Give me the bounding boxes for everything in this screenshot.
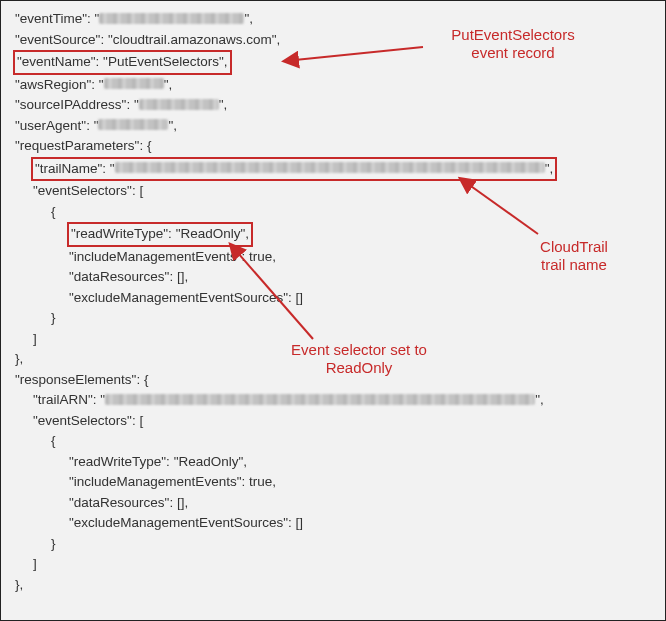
text-openBrace2: { bbox=[51, 433, 56, 448]
redacted-value bbox=[139, 99, 219, 110]
text-closeBracket2: ] bbox=[33, 556, 37, 571]
text-readWriteType: "readWriteType": "ReadOnly", bbox=[71, 226, 249, 241]
text-responseElements: "responseElements": { bbox=[15, 372, 148, 387]
json-code-block: "eventTime": "", "eventSource": "cloudtr… bbox=[1, 1, 665, 603]
text-userAgent: "userAgent": " bbox=[15, 118, 98, 133]
highlight-box-trailName: "trailName": "", bbox=[31, 157, 557, 182]
line-includeMgmt2: "includeManagementEvents": true, bbox=[15, 472, 655, 493]
redacted-value bbox=[99, 13, 244, 24]
text-eventSource: "eventSource": "cloudtrail.amazonaws.com… bbox=[15, 32, 280, 47]
text-closeBraceComma: }, bbox=[15, 351, 23, 366]
text-readWriteType2: "readWriteType": "ReadOnly", bbox=[69, 454, 247, 469]
text-end: ", bbox=[244, 11, 253, 26]
text-excludeMgmt: "excludeManagementEventSources": [] bbox=[69, 290, 303, 305]
text-closeBraceComma2: }, bbox=[15, 577, 23, 592]
line-trailName: "trailName": "", bbox=[15, 157, 655, 182]
text-eventSelectors2: "eventSelectors": [ bbox=[33, 413, 143, 428]
line-eventSelectors: "eventSelectors": [ bbox=[15, 181, 655, 202]
text-end: ", bbox=[535, 392, 544, 407]
text-end: ", bbox=[219, 97, 228, 112]
text-end: ", bbox=[164, 77, 173, 92]
text-openBrace: { bbox=[51, 204, 56, 219]
annotation-text: CloudTrail bbox=[540, 238, 608, 255]
line-closeBrace2: } bbox=[15, 534, 655, 555]
line-openBrace: { bbox=[15, 202, 655, 223]
text-dataResources: "dataResources": [], bbox=[69, 269, 188, 284]
text-requestParams: "requestParameters": { bbox=[15, 138, 151, 153]
line-sourceIP: "sourceIPAddress": "", bbox=[15, 95, 655, 116]
line-openBrace2: { bbox=[15, 431, 655, 452]
text-eventName: "eventName": "PutEventSelectors", bbox=[17, 54, 228, 69]
line-userAgent: "userAgent": "", bbox=[15, 116, 655, 137]
text-awsRegion: "awsRegion": " bbox=[15, 77, 104, 92]
text-closeBrace2: } bbox=[51, 536, 56, 551]
text-includeMgmt: "includeManagementEvents": true, bbox=[69, 249, 276, 264]
text-eventTime: "eventTime": " bbox=[15, 11, 99, 26]
text-dataResources2: "dataResources": [], bbox=[69, 495, 188, 510]
annotation-text: trail name bbox=[541, 256, 607, 273]
line-closeBrace1: } bbox=[15, 308, 655, 329]
text-eventSelectors: "eventSelectors": [ bbox=[33, 183, 143, 198]
line-closeRespElems: }, bbox=[15, 575, 655, 596]
annotation-text: ReadOnly bbox=[326, 359, 393, 376]
annotation-text: PutEventSelectors bbox=[451, 26, 574, 43]
highlight-box-readWriteType: "readWriteType": "ReadOnly", bbox=[67, 222, 253, 247]
redacted-value bbox=[105, 394, 535, 405]
annotation-readonly: Event selector set to ReadOnly bbox=[269, 341, 449, 377]
line-requestParameters: "requestParameters": { bbox=[15, 136, 655, 157]
text-includeMgmt2: "includeManagementEvents": true, bbox=[69, 474, 276, 489]
annotation-cloudtrail-trailname: CloudTrail trail name bbox=[519, 238, 629, 274]
text-trailName: "trailName": " bbox=[35, 161, 115, 176]
text-closeBracket: ] bbox=[33, 331, 37, 346]
line-awsRegion: "awsRegion": "", bbox=[15, 75, 655, 96]
line-readWriteType2: "readWriteType": "ReadOnly", bbox=[15, 452, 655, 473]
line-trailARN: "trailARN": "", bbox=[15, 390, 655, 411]
line-eventSelectors2: "eventSelectors": [ bbox=[15, 411, 655, 432]
line-dataResources2: "dataResources": [], bbox=[15, 493, 655, 514]
text-end: ", bbox=[545, 161, 554, 176]
redacted-value bbox=[115, 162, 545, 173]
line-excludeMgmt2: "excludeManagementEventSources": [] bbox=[15, 513, 655, 534]
line-excludeMgmt: "excludeManagementEventSources": [] bbox=[15, 288, 655, 309]
line-closeBracket2: ] bbox=[15, 554, 655, 575]
highlight-box-eventName: "eventName": "PutEventSelectors", bbox=[13, 50, 232, 75]
annotation-puteventselectors: PutEventSelectors event record bbox=[428, 26, 598, 62]
annotation-text: Event selector set to bbox=[291, 341, 427, 358]
text-end: ", bbox=[168, 118, 177, 133]
redacted-value bbox=[104, 78, 164, 89]
redacted-value bbox=[98, 119, 168, 130]
annotation-text: event record bbox=[471, 44, 554, 61]
text-closeBrace: } bbox=[51, 310, 56, 325]
text-trailARN: "trailARN": " bbox=[33, 392, 105, 407]
text-excludeMgmt2: "excludeManagementEventSources": [] bbox=[69, 515, 303, 530]
text-sourceIP: "sourceIPAddress": " bbox=[15, 97, 139, 112]
